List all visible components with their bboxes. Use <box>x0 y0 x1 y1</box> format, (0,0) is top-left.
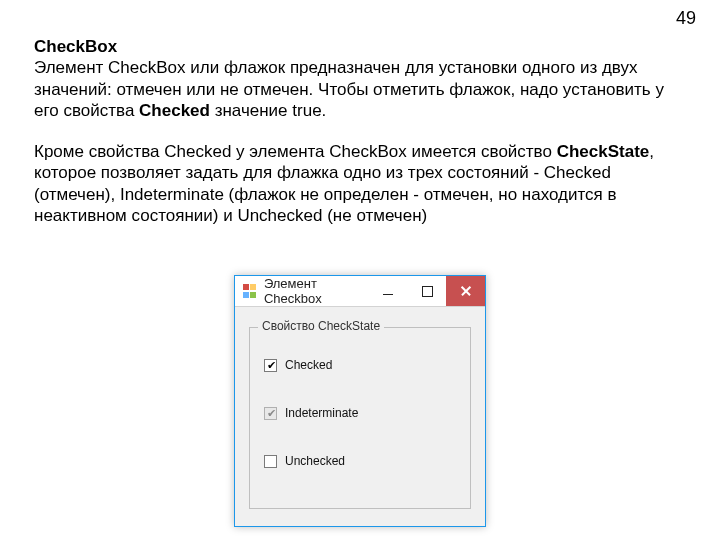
checkbox-unchecked-label: Unchecked <box>285 454 345 468</box>
checkbox-indeterminate[interactable]: ✔ <box>264 407 277 420</box>
window-title: Элемент Checkbox <box>262 276 369 306</box>
heading-checkbox: CheckBox <box>34 36 686 57</box>
checkbox-row-unchecked: Unchecked <box>264 454 345 468</box>
groupbox-checkstate: Свойство CheckState ✔ Checked ✔ Indeterm… <box>249 327 471 509</box>
maximize-button[interactable] <box>408 276 447 306</box>
checkbox-checked-label: Checked <box>285 358 332 372</box>
paragraph-1-bold-checked: Checked <box>139 101 210 120</box>
paragraph-1-text-a: Элемент CheckBox или флажок предназначен… <box>34 58 664 120</box>
example-window: Элемент Checkbox Свойство CheckState ✔ C… <box>234 275 486 527</box>
window-client-area: Свойство CheckState ✔ Checked ✔ Indeterm… <box>235 307 485 527</box>
minimize-button[interactable] <box>369 276 408 306</box>
titlebar[interactable]: Элемент Checkbox <box>235 276 485 307</box>
minimize-icon <box>383 294 393 295</box>
app-icon <box>243 284 256 298</box>
close-button[interactable] <box>446 276 485 306</box>
checkbox-checked[interactable]: ✔ <box>264 359 277 372</box>
paragraph-1: Элемент CheckBox или флажок предназначен… <box>34 57 686 121</box>
groupbox-label: Свойство CheckState <box>258 319 384 333</box>
paragraph-2-text-a: Кроме свойства Checked у элемента CheckB… <box>34 142 557 161</box>
check-icon: ✔ <box>267 359 276 372</box>
checkbox-unchecked[interactable] <box>264 455 277 468</box>
paragraph-1-text-b: значение true. <box>210 101 326 120</box>
checkbox-row-indeterminate: ✔ Indeterminate <box>264 406 358 420</box>
paragraph-2-bold-checkstate: CheckState <box>557 142 650 161</box>
checkbox-indeterminate-label: Indeterminate <box>285 406 358 420</box>
paragraph-2: Кроме свойства Checked у элемента CheckB… <box>34 141 686 226</box>
check-icon: ✔ <box>267 407 276 420</box>
checkbox-row-checked: ✔ Checked <box>264 358 332 372</box>
page-number: 49 <box>676 8 696 29</box>
maximize-icon <box>422 286 433 297</box>
document-body: CheckBox Элемент CheckBox или флажок пре… <box>34 36 686 230</box>
